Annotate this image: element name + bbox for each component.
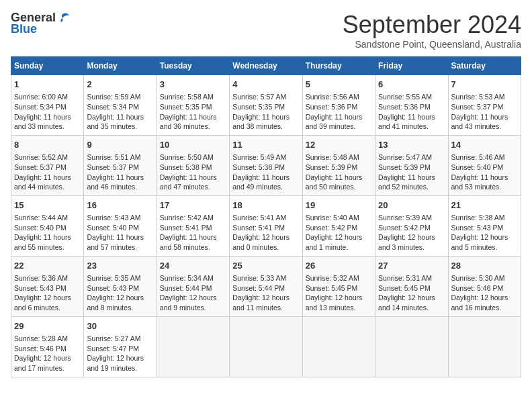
calendar-week-1: 1Sunrise: 6:00 AMSunset: 5:34 PMDaylight… bbox=[11, 75, 521, 136]
table-row: 22Sunrise: 5:36 AMSunset: 5:43 PMDayligh… bbox=[11, 256, 84, 316]
table-row bbox=[157, 316, 229, 377]
page-header: General Blue September 2024 Sandstone Po… bbox=[11, 11, 521, 50]
col-sunday: Sunday bbox=[11, 57, 84, 75]
col-monday: Monday bbox=[84, 57, 157, 75]
table-row: 2Sunrise: 5:59 AMSunset: 5:34 PMDaylight… bbox=[84, 75, 157, 136]
table-row: 12Sunrise: 5:48 AMSunset: 5:39 PMDayligh… bbox=[302, 135, 375, 195]
table-row: 28Sunrise: 5:30 AMSunset: 5:46 PMDayligh… bbox=[448, 256, 521, 316]
table-row: 10Sunrise: 5:50 AMSunset: 5:38 PMDayligh… bbox=[157, 135, 229, 195]
table-row: 19Sunrise: 5:40 AMSunset: 5:42 PMDayligh… bbox=[302, 195, 375, 256]
col-saturday: Saturday bbox=[448, 57, 521, 75]
calendar-week-3: 15Sunrise: 5:44 AMSunset: 5:40 PMDayligh… bbox=[11, 195, 521, 256]
table-row: 17Sunrise: 5:42 AMSunset: 5:41 PMDayligh… bbox=[157, 195, 229, 256]
table-row bbox=[302, 316, 375, 377]
table-row bbox=[230, 316, 302, 377]
table-row: 8Sunrise: 5:52 AMSunset: 5:37 PMDaylight… bbox=[11, 135, 84, 195]
table-row: 24Sunrise: 5:34 AMSunset: 5:44 PMDayligh… bbox=[157, 256, 229, 316]
table-row: 21Sunrise: 5:38 AMSunset: 5:43 PMDayligh… bbox=[448, 195, 521, 256]
col-tuesday: Tuesday bbox=[157, 57, 229, 75]
table-row: 27Sunrise: 5:31 AMSunset: 5:45 PMDayligh… bbox=[375, 256, 448, 316]
table-row: 14Sunrise: 5:46 AMSunset: 5:40 PMDayligh… bbox=[448, 135, 521, 195]
month-title: September 2024 bbox=[343, 11, 521, 39]
calendar-week-5: 29Sunrise: 5:28 AMSunset: 5:46 PMDayligh… bbox=[11, 316, 521, 377]
location: Sandstone Point, Queensland, Australia bbox=[343, 39, 521, 50]
calendar-week-2: 8Sunrise: 5:52 AMSunset: 5:37 PMDaylight… bbox=[11, 135, 521, 195]
table-row: 29Sunrise: 5:28 AMSunset: 5:46 PMDayligh… bbox=[11, 316, 84, 377]
calendar-table: Sunday Monday Tuesday Wednesday Thursday… bbox=[11, 56, 521, 377]
table-row: 25Sunrise: 5:33 AMSunset: 5:44 PMDayligh… bbox=[230, 256, 302, 316]
table-row bbox=[448, 316, 521, 377]
calendar-week-4: 22Sunrise: 5:36 AMSunset: 5:43 PMDayligh… bbox=[11, 256, 521, 316]
table-row: 26Sunrise: 5:32 AMSunset: 5:45 PMDayligh… bbox=[302, 256, 375, 316]
table-row: 23Sunrise: 5:35 AMSunset: 5:43 PMDayligh… bbox=[84, 256, 157, 316]
table-row bbox=[375, 316, 448, 377]
table-row: 18Sunrise: 5:41 AMSunset: 5:41 PMDayligh… bbox=[230, 195, 302, 256]
table-row: 11Sunrise: 5:49 AMSunset: 5:38 PMDayligh… bbox=[230, 135, 302, 195]
table-row: 30Sunrise: 5:27 AMSunset: 5:47 PMDayligh… bbox=[84, 316, 157, 377]
table-row: 1Sunrise: 6:00 AMSunset: 5:34 PMDaylight… bbox=[11, 75, 84, 136]
col-thursday: Thursday bbox=[302, 57, 375, 75]
table-row: 7Sunrise: 5:53 AMSunset: 5:37 PMDaylight… bbox=[448, 75, 521, 136]
table-row: 3Sunrise: 5:58 AMSunset: 5:35 PMDaylight… bbox=[157, 75, 229, 136]
logo-bird-icon bbox=[56, 11, 71, 25]
title-block: September 2024 Sandstone Point, Queensla… bbox=[343, 11, 521, 50]
table-row: 15Sunrise: 5:44 AMSunset: 5:40 PMDayligh… bbox=[11, 195, 84, 256]
logo: General Blue bbox=[11, 11, 71, 36]
table-row: 6Sunrise: 5:55 AMSunset: 5:36 PMDaylight… bbox=[375, 75, 448, 136]
table-row: 4Sunrise: 5:57 AMSunset: 5:35 PMDaylight… bbox=[230, 75, 302, 136]
table-row: 9Sunrise: 5:51 AMSunset: 5:37 PMDaylight… bbox=[84, 135, 157, 195]
table-row: 13Sunrise: 5:47 AMSunset: 5:39 PMDayligh… bbox=[375, 135, 448, 195]
calendar-header-row: Sunday Monday Tuesday Wednesday Thursday… bbox=[11, 57, 521, 75]
table-row: 20Sunrise: 5:39 AMSunset: 5:42 PMDayligh… bbox=[375, 195, 448, 256]
col-friday: Friday bbox=[375, 57, 448, 75]
table-row: 16Sunrise: 5:43 AMSunset: 5:40 PMDayligh… bbox=[84, 195, 157, 256]
table-row: 5Sunrise: 5:56 AMSunset: 5:36 PMDaylight… bbox=[302, 75, 375, 136]
col-wednesday: Wednesday bbox=[230, 57, 302, 75]
